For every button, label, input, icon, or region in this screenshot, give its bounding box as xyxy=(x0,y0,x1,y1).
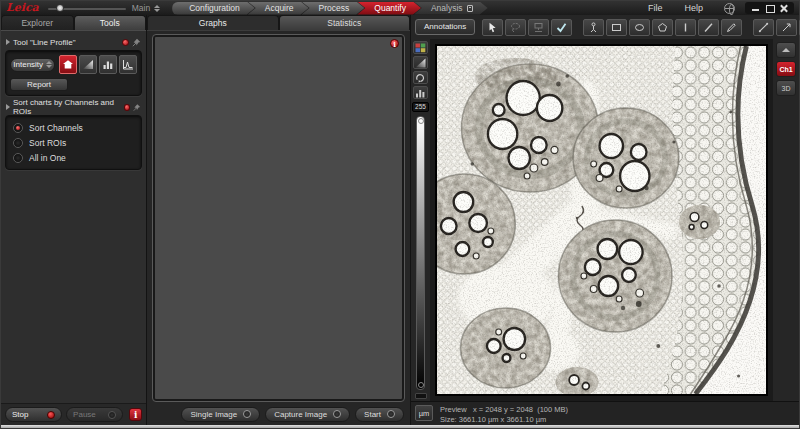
pin-icon[interactable] xyxy=(132,38,141,47)
checkmark-icon xyxy=(556,22,567,33)
graphs-empty-area[interactable]: i xyxy=(153,35,404,401)
sort-section-header[interactable]: Sort charts by Channels and ROIs xyxy=(6,101,141,113)
window-controls xyxy=(745,2,794,14)
radio-sort-channels[interactable]: Sort Channels xyxy=(10,120,137,135)
tool-section-header[interactable]: Tool "Line Profile" xyxy=(6,36,141,48)
acquisition-controls: Stop Pause i xyxy=(1,403,146,425)
mode-spinner-icon[interactable] xyxy=(154,5,160,12)
refresh-icon xyxy=(415,73,426,83)
histogram-lut-button[interactable] xyxy=(413,86,428,99)
collapse-triangle-icon[interactable] xyxy=(6,104,10,110)
line-tool-button[interactable] xyxy=(698,19,719,36)
info-button[interactable]: i xyxy=(129,408,142,421)
slider-lower-knob[interactable] xyxy=(418,382,424,388)
ellipse-icon xyxy=(634,22,645,33)
analysis-doc-icon xyxy=(467,5,473,12)
tab-graphs[interactable]: Graphs xyxy=(147,15,279,30)
apply-button[interactable] xyxy=(551,19,572,36)
collapse-button[interactable] xyxy=(776,42,796,58)
pencil-icon xyxy=(726,22,737,33)
measure-line-button[interactable] xyxy=(753,19,774,36)
marker-tool-button[interactable] xyxy=(583,19,604,36)
pin-icon[interactable] xyxy=(133,103,141,112)
mode-select[interactable]: Main xyxy=(132,3,160,13)
tab-explorer[interactable]: Explorer xyxy=(1,15,74,30)
arrow-annotation-button[interactable] xyxy=(776,19,797,36)
histogram-mode-button[interactable] xyxy=(99,55,117,74)
gradient-mode-button[interactable] xyxy=(79,55,97,74)
close-button[interactable] xyxy=(779,4,788,12)
pause-dot-icon xyxy=(108,411,116,419)
tab-acquire[interactable]: Acquire xyxy=(248,2,309,15)
arrow-annotation-icon xyxy=(781,22,792,33)
maximize-button[interactable] xyxy=(765,4,774,12)
channels-lut-icon xyxy=(415,43,426,53)
micrograph-image[interactable] xyxy=(437,46,766,394)
graphs-alert-badge[interactable]: i xyxy=(390,39,399,48)
freehand-tool-button[interactable] xyxy=(721,19,742,36)
tab-configuration[interactable]: Configuration xyxy=(172,2,255,15)
tab-analysis[interactable]: Analysis xyxy=(414,2,488,15)
radio-all-in-one[interactable]: All in One xyxy=(10,150,137,165)
intensity-dropdown[interactable]: Intensity xyxy=(10,58,55,72)
record-dot-icon xyxy=(47,411,55,419)
lut-strip: 255 xyxy=(411,39,430,401)
minimize-button[interactable] xyxy=(751,4,760,12)
leica-logo: Leica xyxy=(4,2,44,14)
pointer-tool-button[interactable] xyxy=(482,19,503,36)
view-3d-button[interactable]: 3D xyxy=(776,80,796,96)
window-bottom-edge xyxy=(1,425,799,428)
single-image-button[interactable]: Single Image xyxy=(181,407,260,422)
stop-button[interactable]: Stop xyxy=(5,407,62,422)
channel-ch1-button[interactable]: Ch1 xyxy=(776,61,796,77)
radio-icon[interactable] xyxy=(13,138,23,148)
channel-strip: Ch1 3D xyxy=(773,39,799,401)
radio-icon[interactable] xyxy=(13,123,23,133)
slider-knob[interactable] xyxy=(56,4,64,12)
tab-statistics[interactable]: Statistics xyxy=(279,15,411,30)
menu-file[interactable]: File xyxy=(637,1,674,15)
profile-plot-icon xyxy=(122,59,134,70)
lut-max-value: 255 xyxy=(412,102,429,112)
section-alert-badge xyxy=(124,104,130,111)
tab-tools[interactable]: Tools xyxy=(74,15,147,30)
report-button[interactable]: Report xyxy=(10,78,68,91)
annotations-button[interactable]: Annotations xyxy=(415,19,475,35)
slider-upper-knob[interactable] xyxy=(418,118,424,124)
menu-help[interactable]: Help xyxy=(673,1,714,15)
line-profile-mode-button[interactable] xyxy=(119,55,137,74)
titlebar: Leica Main Configuration Acquire Process… xyxy=(1,1,799,15)
micrometer-unit-button[interactable]: µm xyxy=(415,405,433,421)
ellipse-tool-button[interactable] xyxy=(629,19,650,36)
capture-controls: Single Image Capture Image Start xyxy=(147,403,410,425)
collapse-triangle-icon[interactable] xyxy=(6,39,10,45)
tab-quantify[interactable]: Quantify xyxy=(357,2,421,15)
viewer-status-bar: µm Preview x = 2048 y = 2048 (100 MB) Si… xyxy=(411,401,799,425)
image-canvas-area xyxy=(430,39,773,401)
polygon-icon xyxy=(657,22,668,33)
capture-image-button[interactable]: Capture Image xyxy=(265,407,350,422)
lut-stepper[interactable] xyxy=(415,393,427,399)
intensity-range-slider[interactable] xyxy=(416,116,425,390)
refresh-lut-button[interactable] xyxy=(413,71,428,84)
lasso-tool-button[interactable] xyxy=(505,19,526,36)
vertical-line-tool-button[interactable] xyxy=(675,19,696,36)
pause-button[interactable]: Pause xyxy=(66,407,123,422)
capture-circle-icon xyxy=(243,410,251,418)
polygon-tool-button[interactable] xyxy=(652,19,673,36)
profile-home-button[interactable] xyxy=(59,55,77,74)
stamp-tool-button[interactable] xyxy=(528,19,549,36)
rectangle-tool-button[interactable] xyxy=(606,19,627,36)
mode-label: Main xyxy=(132,3,150,13)
measure-line-icon xyxy=(758,22,769,33)
radio-sort-rois[interactable]: Sort ROIs xyxy=(10,135,137,150)
globe-icon[interactable] xyxy=(724,3,735,14)
start-button[interactable]: Start xyxy=(355,407,404,422)
radio-icon[interactable] xyxy=(13,153,23,163)
channels-lut-button[interactable] xyxy=(413,41,428,54)
section-alert-badge xyxy=(122,39,129,46)
tab-process[interactable]: Process xyxy=(302,2,365,15)
master-slider[interactable] xyxy=(48,3,126,13)
histogram-icon xyxy=(102,59,114,70)
gradient-lut-button[interactable] xyxy=(413,56,428,69)
